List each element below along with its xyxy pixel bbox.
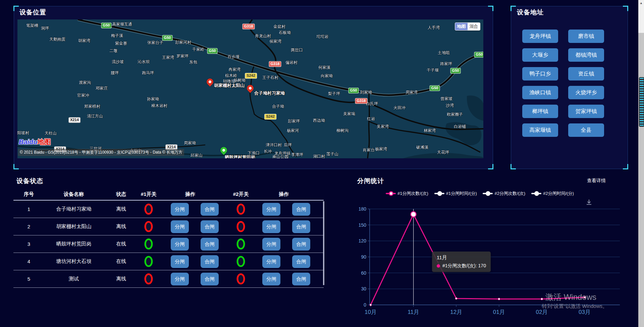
map-place-label: 胡家湾 [78,38,90,44]
led-icon [237,273,245,284]
map-attribution: © 2021 Baidu - GS(2019)5218号 - 甲测资字11009… [18,149,184,156]
close-switch-2-button[interactable]: 合闸 [292,203,310,216]
table-scrollbar[interactable] [323,201,324,285]
open-switch-1-button[interactable]: 分闸 [171,203,189,216]
marker-hole-icon [208,80,212,84]
address-button-3[interactable]: 大堰乡 [522,48,558,62]
map-place-label: 何家溪 [318,65,330,70]
address-button-1[interactable]: 龙舟坪镇 [522,30,558,43]
status-indicator-1 [145,270,153,287]
map-place-label: 沁水坝 [138,59,150,65]
close-switch-2-button[interactable]: 合闸 [292,255,310,268]
address-button-7[interactable]: 渔峡口镇 [522,86,558,99]
address-button-4[interactable]: 都镇湾镇 [568,48,604,62]
map-place-label: 洞坪 [41,25,49,31]
close-switch-1-button[interactable]: 合闸 [201,273,219,285]
map-place-label: 紫金寨 [115,41,127,46]
map-type-hybrid-button[interactable]: 混合 [468,23,480,30]
status-indicator-2 [237,218,245,235]
close-switch-1-button[interactable]: 合闸 [201,220,219,233]
svg-text:90: 90 [361,254,366,260]
close-switch-2-button[interactable]: 合闸 [292,238,310,251]
address-button-10[interactable]: 贺家坪镇 [568,105,604,118]
scrollbar-up-icon[interactable]: ▲ [638,0,644,6]
map-place-label: 金盆村 [273,24,285,30]
open-switch-2-button[interactable]: 分闸 [262,255,280,268]
open-switch-1-button[interactable]: 分闸 [171,255,189,268]
table-row: 2胡家棚村太阳山离线分闸合闸分闸合闸 [13,218,324,235]
map-type-map-button[interactable]: 地图 [455,23,468,30]
map-place-label: 渡家沟 [79,80,91,86]
close-switch-2-button[interactable]: 合闸 [292,220,310,233]
corner-bracket [13,164,19,169]
corner-bracket [488,6,493,11]
map-place-label: 冉家湾 [228,67,240,72]
map-marker-label: 晒鼓坪村荒田岗 [225,154,255,158]
corner-bracket [488,164,493,169]
map-place-label: 邱家山 [191,153,203,158]
road-badge-g50: G50 [207,48,218,54]
map-place-label: 青龙山村 [255,33,271,39]
address-button-2[interactable]: 磨市镇 [568,30,604,43]
svg-text:150: 150 [359,222,367,228]
open-switch-2-button[interactable]: 分闸 [262,220,280,233]
map-place-label: 二墩 [109,48,117,54]
address-button-12[interactable]: 全县 [568,123,604,137]
map-place-label: 两岔口 [291,47,303,53]
open-switch-2-button[interactable]: 分闸 [262,238,280,251]
device-status-title: 设备状态 [16,177,43,185]
table-header-3: 状态 [116,191,126,198]
svg-text:01月: 01月 [493,309,505,315]
led-icon [145,256,153,267]
map-place-label: 石板坳 [279,30,291,36]
address-button-8[interactable]: 火烧坪乡 [568,86,604,99]
svg-text:10月: 10月 [365,309,377,315]
baidu-product-text: 地图 [38,138,51,146]
open-switch-1-button[interactable]: 分闸 [171,220,189,233]
close-switch-1-button[interactable]: 合闸 [201,203,219,216]
led-icon [237,221,245,232]
road-badge-s242: S242 [264,114,276,119]
address-button-9[interactable]: 榔坪镇 [522,105,558,118]
map-place-label: 东包 [189,59,197,65]
address-button-11[interactable]: 高家堰镇 [522,123,558,137]
map-place-label: 合子坳 [272,104,284,109]
map-place-label: 白氏坪 [366,101,378,107]
tooltip-series-dot [437,264,440,268]
open-switch-1-button[interactable]: 分闸 [171,273,189,285]
open-switch-2-button[interactable]: 分闸 [262,273,280,285]
status-indicator-2 [237,253,245,270]
close-switch-2-button[interactable]: 合闸 [292,273,310,285]
dashboard-root: 设备位置 笔架槽洞坪天鹅 [0,0,644,327]
map-place-label: 向家坳 [321,73,333,79]
map-place-label: 罗家坪 [176,53,189,59]
baidu-map[interactable]: 笔架槽洞坪天鹅抱蛋胡家湾高家堰互通梅子溪紫金寨二墩张家台子彭家河村千家岭流沙坡沁… [17,19,483,158]
road-badge-g50: G50 [430,85,440,91]
close-switch-1-button[interactable]: 合闸 [201,255,219,268]
map-place-label: 土地咀 [438,50,450,56]
svg-text:02月: 02月 [536,309,548,315]
status-indicator-1 [145,218,153,235]
address-button-5[interactable]: 鸭子口乡 [522,67,558,80]
map-place-label: 人手湾 [428,25,440,31]
address-button-6[interactable]: 资丘镇 [568,67,604,80]
device-name: 测试 [69,270,79,287]
table-row: 4塘坊河村大石坝在线分闸合闸分闸合闸 [13,253,324,270]
device-status-table: 序号设备名称状态#1开关操作#2开关操作 1合子坳村习家坳离线分闸合闸分闸合闸2… [13,190,324,288]
status-indicator-2 [237,270,245,287]
table-header-2: 设备名称 [64,191,84,198]
road-badge-g318: G318 [355,98,368,104]
map-place-label: 流沙坡 [112,59,124,65]
map-place-label: 路家坪 [440,61,452,67]
map-place-label: 欧家圈子 [447,112,463,117]
map-place-label: 郑家榜村 [84,104,100,109]
open-switch-2-button[interactable]: 分闸 [262,203,280,216]
device-location-panel: 设备位置 笔架槽洞坪天鹅 [14,6,493,169]
corner-bracket [511,164,516,169]
map-place-label: 沙湾 [446,103,454,108]
device-name: 合子坳村习家坳 [56,201,92,218]
status-text: 离线 [116,201,126,218]
close-switch-1-button[interactable]: 合闸 [201,238,219,251]
open-switch-1-button[interactable]: 分闸 [171,238,189,251]
corner-bracket [13,6,19,11]
